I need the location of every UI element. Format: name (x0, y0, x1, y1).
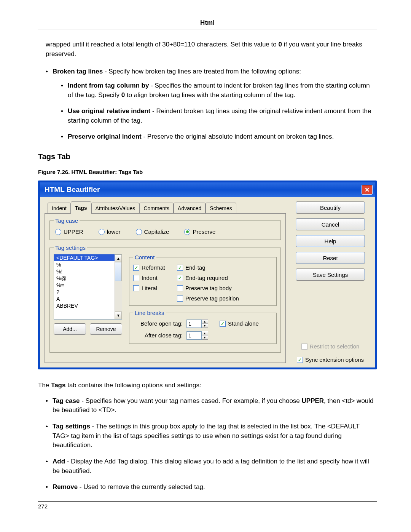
spin-up-icon[interactable]: ▲ (202, 331, 208, 335)
spin-after-input[interactable] (186, 331, 202, 340)
tab-attributes[interactable]: Attributes/Values (91, 203, 140, 214)
legend-tag-case: Tag case (54, 217, 80, 224)
scroll-down-icon[interactable]: ▼ (115, 312, 122, 319)
legend-tag-settings: Tag settings (54, 244, 87, 251)
check-standalone[interactable]: Stand-alone (220, 320, 259, 327)
radio-preserve[interactable]: Preserve (184, 228, 215, 235)
list-item[interactable]: %! (54, 268, 115, 275)
page-number: 272 (38, 503, 377, 510)
scroll-thumb[interactable] (115, 262, 122, 281)
check-endtag-required[interactable]: End-tag required (177, 275, 272, 281)
bullet-tagcase: Tag case - Specifies how you want your t… (46, 396, 377, 415)
intro-paragraph: wrapped until it reached a total length … (46, 40, 377, 59)
spin-down-icon[interactable]: ▼ (202, 335, 208, 339)
radio-lower[interactable]: lower (99, 228, 121, 235)
tab-comments[interactable]: Comments (139, 203, 174, 214)
group-line-breaks: Line breaks Before open tag: ▲▼ Stand-al… (129, 310, 277, 344)
section-heading: Tags Tab (38, 152, 377, 161)
group-content: Content Reformat Indent Literal (129, 254, 277, 306)
spin-after[interactable]: ▲▼ (186, 331, 208, 340)
label-after-close: After close tag: (133, 332, 183, 339)
radio-upper[interactable]: UPPER (55, 228, 83, 235)
group-tag-settings: Tag settings <DEFAULT TAG> % %! %@ % (49, 244, 281, 353)
check-literal[interactable]: Literal (133, 285, 177, 291)
bullet-preserve: Preserve original indent - Preserve the … (61, 132, 377, 142)
list-item[interactable]: % (54, 261, 115, 268)
check-preserve-body[interactable]: Preserve tag body (177, 285, 272, 291)
tags-listbox[interactable]: <DEFAULT TAG> % %! %@ %= ? A ABBREV (54, 254, 122, 320)
tab-strip: Indent Tags Attributes/Values Comments A… (48, 201, 286, 214)
add-button[interactable]: Add... (54, 323, 86, 335)
save-settings-button[interactable]: Save Settings (296, 268, 365, 281)
label-before-open: Before open tag: (133, 320, 183, 327)
tab-schemes[interactable]: Schemes (206, 203, 236, 214)
tab-indent[interactable]: Indent (48, 203, 71, 214)
bullet-add: Add - Display the Add Tag dialog. This d… (46, 457, 377, 476)
spin-before[interactable]: ▲▼ (186, 319, 208, 328)
bullet-use-original: Use original relative indent - Reindent … (61, 107, 377, 125)
window-title: HTML Beautifier (45, 185, 100, 194)
bullet-tagsettings: Tag settings - The settings in this grou… (46, 422, 377, 450)
bullet-broken: Broken tag lines - Specify how broken ta… (46, 67, 377, 142)
page-header: Html (38, 19, 377, 27)
tab-advanced[interactable]: Advanced (174, 203, 206, 214)
legend-content: Content (133, 254, 156, 260)
titlebar[interactable]: HTML Beautifier ✕ (40, 182, 375, 197)
beautify-button[interactable]: Beautify (296, 201, 365, 214)
check-reformat[interactable]: Reformat (133, 264, 177, 271)
reset-button[interactable]: Reset (296, 252, 365, 264)
bullet-remove: Remove - Used to remove the currently se… (46, 482, 377, 492)
check-indent[interactable]: Indent (133, 275, 177, 281)
dialog-window: HTML Beautifier ✕ Indent Tags Attributes… (38, 181, 377, 369)
close-icon[interactable]: ✕ (362, 185, 373, 195)
remove-button[interactable]: Remove (90, 323, 122, 335)
divider-bottom (38, 501, 377, 502)
list-item[interactable]: ABBREV (54, 302, 115, 309)
list-item[interactable]: %= (54, 282, 115, 289)
legend-line-breaks: Line breaks (133, 310, 166, 316)
list-item[interactable]: <DEFAULT TAG> (54, 254, 115, 261)
check-restrict: Restrict to selection (301, 343, 360, 350)
list-item[interactable]: ? (54, 289, 115, 296)
help-button[interactable]: Help (296, 235, 365, 247)
bullet-indent-from: Indent from tag column by - Specifies th… (61, 81, 377, 100)
check-sync[interactable]: Sync extension options (297, 356, 364, 363)
spin-up-icon[interactable]: ▲ (202, 320, 208, 324)
figure-caption: Figure 7.26. HTML Beautifier: Tags Tab (38, 169, 377, 175)
check-endtag[interactable]: End-tag (177, 264, 272, 271)
radio-capitalize[interactable]: Capitalize (136, 228, 169, 235)
cancel-button[interactable]: Cancel (296, 218, 365, 230)
spin-down-icon[interactable]: ▼ (202, 324, 208, 328)
list-item[interactable]: %@ (54, 275, 115, 282)
under-paragraph: The Tags tab contains the following opti… (38, 381, 377, 390)
spin-before-input[interactable] (186, 320, 202, 328)
check-preserve-position[interactable]: Preserve tag position (177, 295, 272, 302)
list-item[interactable]: A (54, 296, 115, 302)
divider-top (38, 29, 377, 29)
scroll-up-icon[interactable]: ▲ (115, 254, 122, 262)
scrollbar[interactable]: ▲ ▼ (115, 254, 122, 319)
group-tag-case: Tag case UPPER lower Capitalize Preserve (49, 217, 281, 240)
tab-tags[interactable]: Tags (71, 201, 91, 214)
